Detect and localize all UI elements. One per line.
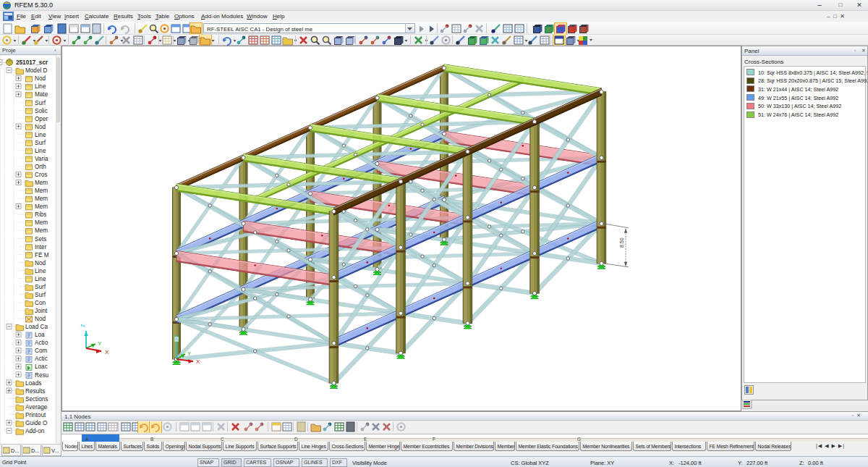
svg-text:X: X xyxy=(105,349,109,355)
svg-text:Y: Y xyxy=(98,340,102,347)
svg-text:X: X xyxy=(196,358,200,365)
svg-text:Z: Z xyxy=(80,324,86,327)
svg-text:Y: Y xyxy=(187,350,191,357)
svg-text:8.50: 8.50 xyxy=(619,237,624,248)
